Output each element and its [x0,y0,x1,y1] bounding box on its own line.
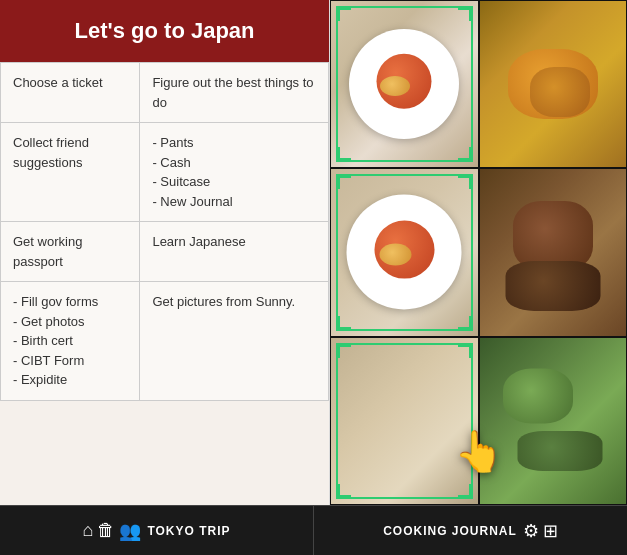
table-row: Choose a ticket Figure out the best thin… [1,63,329,123]
table-cell-left: - Fill gov forms- Get photos- Birth cert… [1,282,140,401]
hand-cursor: 👆 [454,428,504,475]
crop-marker-3-tr [458,344,472,358]
content-table: Choose a ticket Figure out the best thin… [0,62,329,401]
nav-cooking-journal[interactable]: COOKING JOURNAL ⚙ ⊞ [314,506,627,555]
nav-icons-left: ⌂ 🗑 👥 [83,520,142,542]
crop-marker-2-bl [337,316,351,330]
app-container: Let's go to Japan Choose a ticket Figure… [0,0,627,555]
crop-marker-2-tl [337,175,351,189]
photo-cell-6 [479,337,628,505]
nav-right-label: COOKING JOURNAL [383,524,517,538]
table-row: Get working passport Learn Japanese [1,222,329,282]
photo-cell-5 [330,337,479,505]
page-title: Let's go to Japan [0,0,329,62]
bottom-nav: ⌂ 🗑 👥 TOKYO TRIP COOKING JOURNAL ⚙ ⊞ [0,505,627,555]
gear-icon: ⚙ [523,520,539,542]
crop-marker-2-br [458,316,472,330]
crop-marker-2-tr [458,175,472,189]
crop-marker-tl [337,7,351,21]
table-cell-left: Choose a ticket [1,63,140,123]
table-cell-right: Get pictures from Sunny. [140,282,329,401]
nav-icons-right: ⚙ ⊞ [523,520,558,542]
table-cell-left: Get working passport [1,222,140,282]
table-area: Choose a ticket Figure out the best thin… [0,62,329,505]
table-cell-right: Figure out the best things to do [140,63,329,123]
nav-tokyo-trip[interactable]: ⌂ 🗑 👥 TOKYO TRIP [0,506,314,555]
crop-marker-3-tl [337,344,351,358]
crop-overlay-3 [336,343,473,499]
crop-marker-bl [337,147,351,161]
crop-marker-3-bl [337,484,351,498]
crop-marker-3-br [458,484,472,498]
photo-cell-4 [479,168,628,336]
table-row: Collect friend suggestions - Pants- Cash… [1,123,329,222]
people-icon: 👥 [119,520,141,542]
table-row: - Fill gov forms- Get photos- Birth cert… [1,282,329,401]
home-icon: ⌂ [83,520,94,542]
photo-cell-2 [479,0,628,168]
table-cell-left: Collect friend suggestions [1,123,140,222]
table-cell-right: - Pants- Cash- Suitcase- New Journal [140,123,329,222]
grid-icon: ⊞ [543,520,558,542]
left-panel: Let's go to Japan Choose a ticket Figure… [0,0,330,505]
crop-marker-tr [458,7,472,21]
photo-cell-3 [330,168,479,336]
trash-icon: 🗑 [97,520,115,542]
nav-left-label: TOKYO TRIP [147,524,230,538]
table-cell-right: Learn Japanese [140,222,329,282]
photo-cell-1 [330,0,479,168]
crop-marker-br [458,147,472,161]
photo-grid: 👆 [330,0,627,505]
main-content: Let's go to Japan Choose a ticket Figure… [0,0,627,505]
